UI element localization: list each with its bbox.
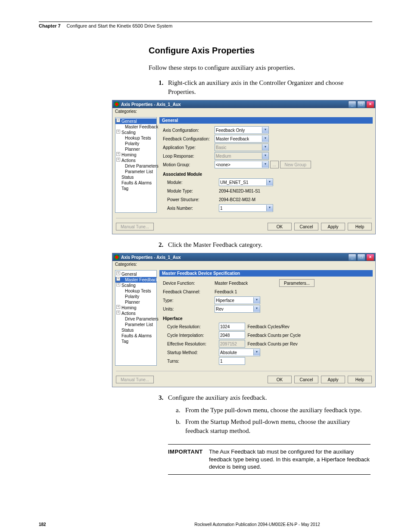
tree-item-drive-params[interactable]: Drive Parameters bbox=[115, 316, 156, 322]
panel-header: General bbox=[159, 117, 373, 124]
motion-group-label: Motion Group: bbox=[163, 162, 215, 167]
tree-item-status[interactable]: Status bbox=[115, 327, 156, 333]
tree-item-homing[interactable]: Homing bbox=[115, 152, 156, 158]
new-group-button: New Group bbox=[280, 161, 311, 168]
step-2: 2. Click the Master Feedback category. bbox=[159, 240, 372, 249]
manual-tune-button: Manual Tune... bbox=[116, 223, 154, 230]
help-button[interactable]: Help bbox=[348, 376, 372, 383]
device-function-value: Master Feedback bbox=[215, 281, 279, 286]
axis-number-value: 1 bbox=[220, 206, 223, 211]
minimize-button[interactable]: _ bbox=[348, 254, 356, 261]
axis-number-combo[interactable]: 1 ▾ bbox=[219, 204, 273, 212]
axis-config-combo[interactable]: Feedback Only ▾ bbox=[215, 126, 269, 134]
important-label: IMPORTANT bbox=[168, 448, 209, 471]
tree-item-general[interactable]: General bbox=[115, 271, 156, 277]
tree-item-param-list[interactable]: Parameter List bbox=[115, 322, 156, 327]
module-combo[interactable]: UM_ENET_S1 ▾ bbox=[219, 178, 273, 186]
cycle-interp-field[interactable]: 2048 bbox=[219, 331, 245, 339]
cycle-interp-label: Cycle Interpolation: bbox=[163, 333, 219, 338]
minimize-button[interactable]: _ bbox=[348, 101, 356, 108]
cancel-button[interactable]: Cancel bbox=[294, 223, 318, 230]
cycle-interp-unit: Feedback Counts per Cycle bbox=[248, 333, 301, 338]
motion-group-value: <none> bbox=[216, 162, 230, 167]
tree-item-general[interactable]: General bbox=[115, 118, 156, 124]
eff-res-field: 2097152 bbox=[219, 340, 245, 348]
tree-item-master-feedback[interactable]: Master Feedback bbox=[115, 124, 156, 130]
running-header: Chapter 7 Configure and Start the Kineti… bbox=[39, 22, 372, 28]
hiperface-group: Hiperface bbox=[163, 316, 373, 321]
tree-item-scaling[interactable]: Scaling bbox=[115, 283, 156, 288]
axis-properties-dialog-general: Axis Properties - Axis_1_Aux _ □ × Categ… bbox=[112, 100, 376, 234]
maximize-button[interactable]: □ bbox=[357, 101, 365, 108]
tree-item-status[interactable]: Status bbox=[115, 174, 156, 180]
tree-item-drive-params[interactable]: Drive Parameters bbox=[115, 163, 156, 169]
chevron-down-icon: ▾ bbox=[253, 349, 260, 355]
cycle-res-field[interactable]: 1024 bbox=[219, 323, 245, 330]
intro-text: Follow these steps to configure auxiliar… bbox=[149, 63, 372, 72]
tree-item-homing[interactable]: Homing bbox=[115, 305, 156, 311]
substep-text: From the Type pull-down menu, choose the… bbox=[185, 406, 362, 415]
feedback-channel-value: Feedback 1 bbox=[215, 289, 237, 294]
tree-item-tag[interactable]: Tag bbox=[115, 186, 156, 191]
help-button[interactable]: Help bbox=[348, 223, 372, 230]
tree-item-actions[interactable]: Actions bbox=[115, 158, 156, 163]
tree-item-actions[interactable]: Actions bbox=[115, 311, 156, 316]
close-button[interactable]: × bbox=[366, 254, 374, 261]
tree-item-scaling[interactable]: Scaling bbox=[115, 130, 156, 135]
general-panel: General Axis Configuration: Feedback Onl… bbox=[159, 117, 373, 213]
categories-tree[interactable]: General Master Feedback Scaling Hookup T… bbox=[115, 270, 157, 366]
tree-item-faults[interactable]: Faults & Alarms bbox=[115, 180, 156, 186]
ok-button[interactable]: OK bbox=[268, 376, 292, 383]
important-text: The Aux Feedback tab must be configured … bbox=[209, 448, 371, 471]
chevron-down-icon: ▾ bbox=[262, 127, 268, 133]
parameters-button[interactable]: Parameters... bbox=[279, 279, 314, 287]
section-heading: Configure Axis Properties bbox=[149, 46, 372, 56]
associated-module-group: Associated Module bbox=[163, 172, 373, 177]
eff-res-unit: Feedback Counts per Rev bbox=[248, 342, 298, 346]
tree-item-hookup[interactable]: Hookup Tests bbox=[115, 135, 156, 141]
module-type-label: Module Type: bbox=[163, 189, 219, 193]
type-combo[interactable]: Hiperface ▾ bbox=[215, 296, 260, 304]
feedback-config-combo[interactable]: Master Feedback ▾ bbox=[215, 135, 269, 143]
tree-item-master-feedback[interactable]: Master Feedback bbox=[115, 277, 156, 283]
window-title: Axis Properties - Axis_1_Aux bbox=[121, 102, 347, 107]
apply-button[interactable]: Apply bbox=[321, 223, 345, 230]
chevron-down-icon: ▾ bbox=[262, 162, 268, 168]
substep-3a: a. From the Type pull-down menu, choose … bbox=[176, 406, 372, 415]
cancel-button[interactable]: Cancel bbox=[294, 376, 318, 383]
ok-button[interactable]: OK bbox=[268, 223, 292, 230]
turns-field[interactable]: 1 bbox=[219, 357, 245, 365]
loop-resp-combo: Medium ▾ bbox=[215, 152, 269, 160]
panel-header: Master Feedback Device Specification bbox=[159, 270, 373, 277]
tree-item-param-list[interactable]: Parameter List bbox=[115, 169, 156, 174]
chevron-down-icon: ▾ bbox=[262, 136, 268, 142]
units-combo[interactable]: Rev ▾ bbox=[215, 305, 260, 313]
power-struct-label: Power Structure: bbox=[163, 197, 219, 202]
tree-item-planner[interactable]: Planner bbox=[115, 299, 156, 305]
categories-tree[interactable]: General Master Feedback Scaling Hookup T… bbox=[115, 117, 157, 213]
tree-item-tag[interactable]: Tag bbox=[115, 339, 156, 344]
feedback-config-value: Master Feedback bbox=[216, 137, 249, 141]
step-text: Configure the auxiliary axis feedback. bbox=[168, 393, 267, 402]
step-text: Click the Master Feedback category. bbox=[168, 240, 262, 249]
tree-item-polarity[interactable]: Polarity bbox=[115, 141, 156, 146]
maximize-button[interactable]: □ bbox=[357, 254, 365, 261]
apply-button[interactable]: Apply bbox=[321, 376, 345, 383]
tree-item-planner[interactable]: Planner bbox=[115, 146, 156, 152]
publication-id: Rockwell Automation Publication 2094-UM0… bbox=[142, 522, 372, 527]
chevron-down-icon: ▾ bbox=[266, 205, 273, 211]
startup-combo[interactable]: Absolute ▾ bbox=[219, 348, 260, 356]
tree-item-polarity[interactable]: Polarity bbox=[115, 294, 156, 299]
motion-group-combo[interactable]: <none> ▾ bbox=[215, 161, 269, 168]
chevron-down-icon: ▾ bbox=[262, 153, 268, 159]
step-text: Right-click an auxiliary axis in the Con… bbox=[168, 78, 372, 96]
power-struct-value: 2094-BC02-M02-M bbox=[219, 197, 255, 202]
tree-item-faults[interactable]: Faults & Alarms bbox=[115, 333, 156, 339]
app-type-combo: Basic ▾ bbox=[215, 143, 269, 151]
cycle-res-unit: Feedback Cycles/Rev bbox=[248, 324, 290, 329]
tree-item-hookup[interactable]: Hookup Tests bbox=[115, 288, 156, 294]
units-value: Rev bbox=[216, 307, 224, 311]
close-button[interactable]: × bbox=[366, 101, 374, 108]
ellipsis-button: ... bbox=[270, 161, 279, 168]
axis-config-label: Axis Configuration: bbox=[163, 128, 215, 133]
